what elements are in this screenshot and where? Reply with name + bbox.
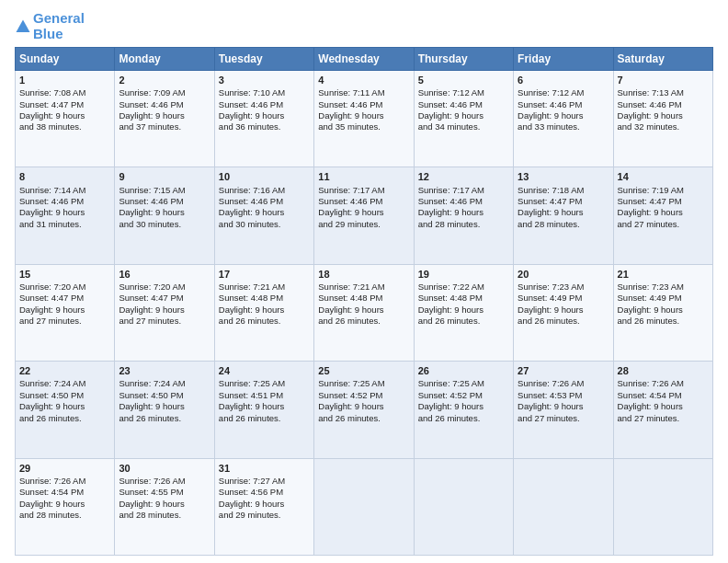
day-cell: [514, 458, 613, 555]
day-cell: 27Sunrise: 7:26 AMSunset: 4:53 PMDayligh…: [514, 362, 613, 458]
day-info: Daylight: 9 hours: [119, 401, 210, 412]
day-info: Daylight: 9 hours: [219, 304, 310, 316]
day-number: 20: [518, 268, 609, 281]
day-number: 9: [119, 170, 210, 183]
day-info: and 26 minutes.: [418, 316, 509, 327]
day-cell: 11Sunrise: 7:17 AMSunset: 4:46 PMDayligh…: [314, 167, 414, 264]
day-info: Daylight: 9 hours: [19, 304, 110, 316]
day-cell: 15Sunrise: 7:20 AMSunset: 4:47 PMDayligh…: [16, 264, 115, 361]
day-cell: 12Sunrise: 7:17 AMSunset: 4:46 PMDayligh…: [414, 167, 513, 264]
day-info: Sunrise: 7:26 AM: [119, 476, 210, 487]
day-number: 11: [318, 170, 409, 183]
day-cell: 20Sunrise: 7:23 AMSunset: 4:49 PMDayligh…: [514, 264, 613, 361]
day-number: 28: [618, 364, 709, 377]
day-info: Sunset: 4:48 PM: [418, 293, 509, 304]
day-info: Daylight: 9 hours: [219, 207, 310, 218]
day-info: Sunrise: 7:22 AM: [418, 282, 509, 293]
day-info: Sunset: 4:47 PM: [119, 293, 210, 304]
day-info: and 28 minutes.: [119, 510, 210, 521]
day-info: Daylight: 9 hours: [119, 499, 210, 510]
day-info: and 34 minutes.: [418, 121, 509, 132]
day-info: Sunrise: 7:26 AM: [518, 378, 609, 389]
day-info: Daylight: 9 hours: [618, 304, 709, 316]
day-info: Sunset: 4:46 PM: [318, 196, 409, 207]
day-number: 23: [119, 364, 210, 377]
day-info: Sunrise: 7:15 AM: [119, 185, 210, 196]
col-header-friday: Friday: [514, 48, 613, 71]
day-info: Sunset: 4:52 PM: [318, 390, 409, 401]
day-number: 12: [418, 170, 509, 183]
day-info: Sunrise: 7:12 AM: [418, 87, 509, 98]
logo-icon: [15, 18, 31, 35]
day-info: and 26 minutes.: [518, 316, 609, 327]
day-info: and 27 minutes.: [618, 413, 709, 424]
day-info: Sunset: 4:56 PM: [219, 487, 310, 498]
day-info: Sunrise: 7:25 AM: [219, 378, 310, 389]
day-cell: 1Sunrise: 7:08 AMSunset: 4:47 PMDaylight…: [16, 71, 115, 167]
day-info: Sunrise: 7:18 AM: [518, 185, 609, 196]
day-info: Sunrise: 7:17 AM: [318, 185, 409, 196]
day-info: Sunset: 4:46 PM: [119, 99, 210, 110]
day-cell: 22Sunrise: 7:24 AMSunset: 4:50 PMDayligh…: [16, 362, 115, 458]
week-row-1: 1Sunrise: 7:08 AMSunset: 4:47 PMDaylight…: [16, 71, 713, 167]
day-cell: 9Sunrise: 7:15 AMSunset: 4:46 PMDaylight…: [115, 167, 214, 264]
day-info: Sunrise: 7:23 AM: [618, 282, 709, 293]
day-info: Daylight: 9 hours: [19, 401, 110, 412]
day-info: Sunrise: 7:09 AM: [119, 87, 210, 98]
day-info: Sunrise: 7:20 AM: [119, 282, 210, 293]
day-info: and 28 minutes.: [518, 219, 609, 230]
day-cell: 5Sunrise: 7:12 AMSunset: 4:46 PMDaylight…: [414, 71, 513, 167]
day-info: and 26 minutes.: [19, 413, 110, 424]
day-cell: 10Sunrise: 7:16 AMSunset: 4:46 PMDayligh…: [214, 167, 313, 264]
day-info: Sunrise: 7:13 AM: [618, 87, 709, 98]
day-info: Sunset: 4:49 PM: [518, 293, 609, 304]
day-info: and 30 minutes.: [219, 219, 310, 230]
day-info: and 28 minutes.: [19, 510, 110, 521]
day-number: 26: [418, 364, 509, 377]
day-info: Sunrise: 7:16 AM: [219, 185, 310, 196]
day-number: 4: [318, 74, 409, 86]
day-cell: 8Sunrise: 7:14 AMSunset: 4:46 PMDaylight…: [16, 167, 115, 264]
day-info: Sunrise: 7:12 AM: [518, 87, 609, 98]
day-cell: 29Sunrise: 7:26 AMSunset: 4:54 PMDayligh…: [16, 458, 115, 555]
day-info: Sunset: 4:46 PM: [19, 196, 110, 207]
day-info: and 27 minutes.: [618, 219, 709, 230]
day-info: and 28 minutes.: [418, 219, 509, 230]
day-info: Sunset: 4:48 PM: [318, 293, 409, 304]
day-info: Daylight: 9 hours: [318, 110, 409, 121]
day-info: Sunset: 4:46 PM: [518, 99, 609, 110]
day-cell: 16Sunrise: 7:20 AMSunset: 4:47 PMDayligh…: [115, 264, 214, 361]
day-number: 8: [19, 170, 110, 183]
day-info: and 37 minutes.: [119, 121, 210, 132]
day-number: 3: [219, 74, 310, 86]
day-number: 24: [219, 364, 310, 377]
day-info: Sunrise: 7:25 AM: [418, 378, 509, 389]
day-info: Sunrise: 7:17 AM: [418, 185, 509, 196]
day-info: and 26 minutes.: [618, 316, 709, 327]
day-info: Sunrise: 7:19 AM: [618, 185, 709, 196]
day-info: Daylight: 9 hours: [518, 401, 609, 412]
day-info: and 26 minutes.: [219, 316, 310, 327]
day-info: Daylight: 9 hours: [119, 304, 210, 316]
day-info: Daylight: 9 hours: [518, 207, 609, 218]
day-info: Daylight: 9 hours: [19, 207, 110, 218]
day-cell: 13Sunrise: 7:18 AMSunset: 4:47 PMDayligh…: [514, 167, 613, 264]
day-info: Daylight: 9 hours: [318, 304, 409, 316]
day-cell: 7Sunrise: 7:13 AMSunset: 4:46 PMDaylight…: [613, 71, 712, 167]
day-info: Sunset: 4:49 PM: [618, 293, 709, 304]
day-info: Daylight: 9 hours: [219, 110, 310, 121]
day-number: 1: [19, 74, 110, 86]
day-info: Sunrise: 7:24 AM: [119, 378, 210, 389]
day-number: 22: [19, 364, 110, 377]
day-info: and 27 minutes.: [119, 316, 210, 327]
col-header-wednesday: Wednesday: [314, 48, 414, 71]
day-info: Daylight: 9 hours: [418, 304, 509, 316]
day-info: Sunrise: 7:14 AM: [19, 185, 110, 196]
day-info: and 26 minutes.: [318, 316, 409, 327]
day-info: and 29 minutes.: [318, 219, 409, 230]
day-info: Daylight: 9 hours: [219, 401, 310, 412]
day-number: 29: [19, 462, 110, 475]
day-info: and 36 minutes.: [219, 121, 310, 132]
day-number: 18: [318, 268, 409, 281]
day-number: 27: [518, 364, 609, 377]
